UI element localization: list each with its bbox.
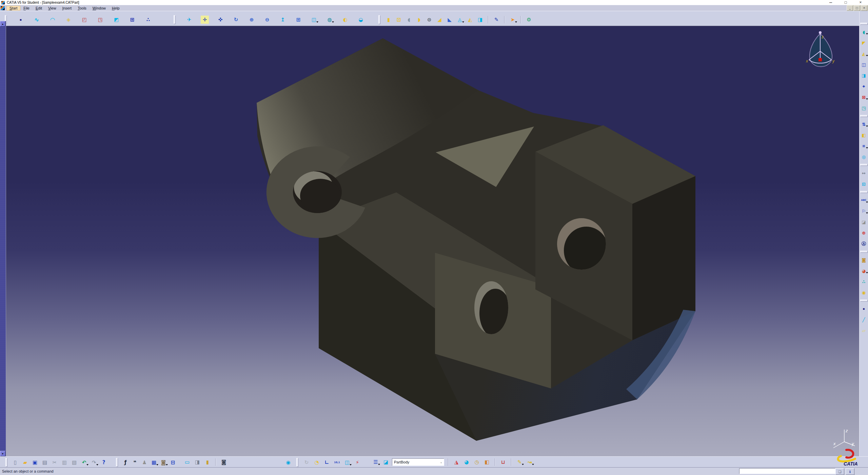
user-feature-icon[interactable]: ⊔ bbox=[499, 458, 507, 466]
menu-item-tools[interactable]: Tools bbox=[75, 6, 90, 11]
toolbar-handle[interactable] bbox=[174, 15, 176, 24]
hide-show-icon[interactable]: ◐ bbox=[341, 16, 349, 24]
capture-camera-icon[interactable]: ◙ bbox=[220, 458, 228, 466]
copy-icon[interactable]: ▥ bbox=[60, 458, 68, 467]
paint-material-icon[interactable]: ◕ bbox=[860, 267, 868, 274]
sketcher-icon[interactable]: ✎ bbox=[492, 16, 500, 24]
flag-note-icon[interactable]: ⚐ bbox=[860, 207, 868, 215]
save-icon[interactable]: ▣ bbox=[31, 458, 39, 467]
check-analysis-icon[interactable]: ⊟ bbox=[169, 458, 177, 467]
toolbar-handle[interactable] bbox=[378, 15, 380, 24]
new-document-icon[interactable]: ▯ bbox=[11, 458, 19, 467]
menu-item-start[interactable]: Start bbox=[6, 6, 20, 11]
pocket-icon[interactable]: ⊡ bbox=[395, 16, 403, 24]
combobox-dropdown-icon[interactable]: ⌄ bbox=[438, 461, 444, 464]
point-filter-icon[interactable]: ▪ bbox=[17, 16, 25, 24]
normal-view-icon[interactable]: ↥ bbox=[279, 16, 287, 24]
draft-angle-icon[interactable]: ◭ bbox=[860, 50, 868, 57]
mirror-body-icon[interactable]: ◧ bbox=[860, 131, 868, 139]
menu-item-help[interactable]: Help bbox=[109, 6, 123, 11]
text-with-leader-icon[interactable]: ABC bbox=[860, 196, 868, 204]
export-sketch-icon[interactable]: ↝ bbox=[526, 458, 534, 466]
menu-item-edit[interactable]: Edit bbox=[33, 6, 45, 11]
wall-thickness-analysis-icon[interactable]: ◧ bbox=[483, 458, 491, 466]
toolbar-handle[interactable] bbox=[860, 164, 868, 166]
render-style-icon[interactable]: ◍ bbox=[326, 16, 334, 24]
geometry-selection-icon[interactable]: ◳ bbox=[96, 16, 104, 24]
document-minimize-icon[interactable]: _ bbox=[847, 5, 853, 11]
formula-icon[interactable]: ƒ bbox=[121, 458, 130, 467]
zoom-in-icon[interactable]: ⊕ bbox=[248, 16, 256, 24]
layer-filter-icon[interactable]: ◪ bbox=[382, 458, 390, 466]
curvature-analysis-icon[interactable]: ◕ bbox=[462, 458, 471, 466]
window-close-icon[interactable]: ✕ bbox=[853, 0, 868, 5]
pad-icon[interactable]: ▮ bbox=[384, 16, 393, 24]
plane-icon[interactable]: ▱ bbox=[860, 327, 868, 334]
compass-base-handle[interactable] bbox=[818, 58, 822, 61]
thickness-icon[interactable]: ◨ bbox=[860, 72, 868, 79]
scale-body-icon[interactable]: ◎ bbox=[860, 153, 868, 160]
power-input-field[interactable] bbox=[739, 468, 835, 474]
rectangular-pattern-icon[interactable]: ⌗ bbox=[860, 142, 868, 150]
snap-dimensions-icon[interactable]: 10,1 bbox=[333, 458, 341, 467]
linked-balls-icon[interactable]: ◉ bbox=[860, 289, 868, 296]
generate-sketch-icon[interactable]: ✎ bbox=[515, 458, 524, 466]
comment-bubble-icon[interactable]: ❝ bbox=[131, 458, 139, 467]
tree-scrollbar[interactable]: ▲ ▼ bbox=[0, 21, 6, 456]
menu-item-window[interactable]: Window bbox=[90, 6, 109, 11]
toolbar-handle[interactable] bbox=[860, 251, 868, 253]
chamfer-icon[interactable]: ◤ bbox=[860, 39, 868, 46]
thread-tap-icon[interactable]: ⌖ bbox=[860, 82, 868, 90]
menu-item-file[interactable]: File bbox=[20, 6, 33, 11]
scroll-down-button[interactable]: ▼ bbox=[0, 451, 5, 456]
current-body-combobox[interactable]: PartBody ⌄ bbox=[392, 458, 444, 466]
view-compass[interactable]: z x y bbox=[805, 30, 836, 74]
toolbar-handle[interactable] bbox=[860, 191, 868, 193]
cut-icon[interactable]: ✂ bbox=[51, 458, 59, 467]
whats-this-icon[interactable]: ? bbox=[100, 458, 108, 467]
window-restore-icon[interactable]: ▢ bbox=[838, 0, 853, 5]
toolbar-handle[interactable] bbox=[5, 458, 7, 467]
print-icon[interactable]: ▤ bbox=[41, 458, 49, 467]
removed-multi-sections-icon[interactable]: ◭ bbox=[466, 16, 474, 24]
measure-between-icon[interactable]: ↔ bbox=[860, 169, 868, 177]
multi-sections-solid-icon[interactable]: ◬ bbox=[456, 16, 464, 24]
menu-item-insert[interactable]: Insert bbox=[59, 6, 75, 11]
apply-material-icon[interactable]: ◉ bbox=[284, 458, 292, 467]
paste-icon[interactable]: ▧ bbox=[70, 458, 78, 467]
isometric-view-icon[interactable]: ◫ bbox=[310, 16, 318, 24]
volume-filter-icon[interactable]: ◈ bbox=[64, 16, 73, 24]
rib-icon[interactable]: ◢ bbox=[435, 16, 443, 24]
hole-icon[interactable]: ⊙ bbox=[425, 16, 433, 24]
force-update-icon[interactable]: ↻ bbox=[302, 458, 311, 467]
tap-thread-analysis-icon[interactable]: ◷ bbox=[473, 458, 481, 466]
design-table-icon[interactable]: ▦ bbox=[150, 458, 158, 467]
groove-icon[interactable]: ◗ bbox=[415, 16, 423, 24]
open-document-icon[interactable]: ▰ bbox=[21, 458, 29, 467]
window-minimize-icon[interactable]: — bbox=[823, 0, 838, 5]
remove-face-icon[interactable]: ⊠ bbox=[860, 93, 868, 101]
compass-knob[interactable] bbox=[819, 31, 822, 34]
zoom-out-icon[interactable]: ⊖ bbox=[263, 16, 271, 24]
rotate-icon[interactable]: ↻ bbox=[232, 16, 240, 24]
3d-viewport[interactable]: z x y z x y bbox=[6, 26, 860, 457]
thick-surface-icon[interactable]: ◨ bbox=[476, 16, 484, 24]
point-icon[interactable]: ▪ bbox=[860, 305, 868, 312]
toolbar-handle[interactable] bbox=[860, 300, 868, 302]
curve-filter-icon[interactable]: ∿ bbox=[33, 16, 41, 24]
tree-list-icon[interactable]: ☰ bbox=[372, 458, 380, 466]
replace-face-icon[interactable]: ◳ bbox=[860, 104, 868, 112]
edge-fillet-icon[interactable]: ◖ bbox=[860, 28, 868, 36]
shell-icon[interactable]: ◫ bbox=[860, 61, 868, 68]
shaft-icon[interactable]: ◖ bbox=[405, 16, 413, 24]
material-bottle-icon[interactable]: ▮ bbox=[203, 458, 212, 466]
3d-part-model[interactable] bbox=[6, 26, 860, 457]
material-label-icon[interactable]: Ⓐ bbox=[860, 240, 868, 247]
redo-icon[interactable]: ↷ bbox=[90, 458, 98, 467]
translate-body-icon[interactable]: ⇅ bbox=[860, 120, 868, 128]
feature-selection-icon[interactable]: ◰ bbox=[80, 16, 88, 24]
datum-target-icon[interactable]: ⊕ bbox=[860, 229, 868, 236]
lock-parameters-icon[interactable]: ◙ bbox=[159, 458, 167, 467]
material-spheres-icon[interactable]: ∴ bbox=[860, 278, 868, 285]
document-restore-icon[interactable]: ▢ bbox=[854, 5, 860, 11]
